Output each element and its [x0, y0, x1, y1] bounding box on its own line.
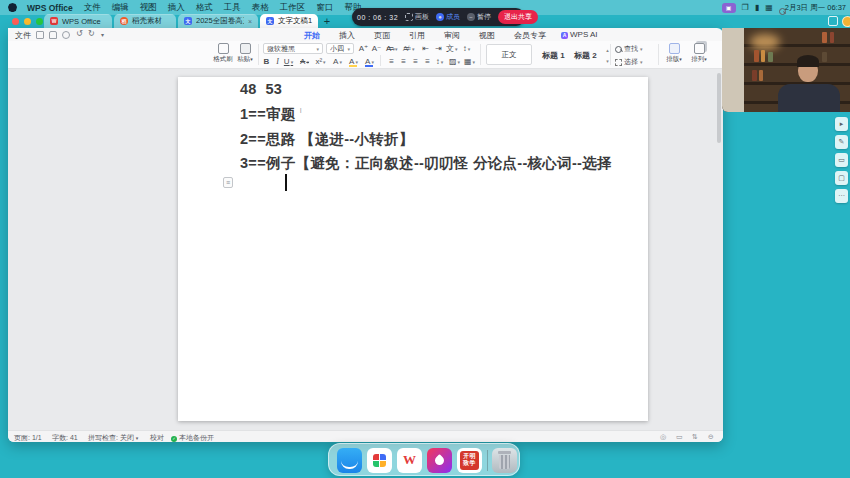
apple-menu-icon[interactable]: [8, 3, 17, 12]
proofread-button[interactable]: 校对: [150, 433, 164, 442]
arrange-button[interactable]: 排列▾: [689, 43, 709, 64]
char-shading-button[interactable]: A▾: [332, 56, 343, 67]
ribbon-tab-review[interactable]: 审阅: [444, 30, 460, 41]
menu-tools[interactable]: 工具: [224, 2, 241, 14]
redo-icon[interactable]: ↻: [88, 29, 95, 38]
account-avatar[interactable]: [842, 16, 850, 27]
spell-check-toggle[interactable]: 拼写检查: 关闭 ▾: [88, 433, 138, 442]
styles-scroll-up-icon[interactable]: ▴: [602, 44, 613, 55]
pause-share-button[interactable]: − 暂停: [467, 12, 491, 22]
menu-edit[interactable]: 编辑: [112, 2, 129, 14]
menu-window[interactable]: 窗口: [316, 2, 333, 14]
format-painter-button[interactable]: 格式刷: [213, 43, 233, 64]
style-normal[interactable]: 正文: [486, 44, 532, 65]
finder-dock-icon[interactable]: [337, 448, 362, 473]
screen-record-indicator-icon[interactable]: ▣: [722, 3, 736, 13]
tab-wps-home[interactable]: W WPS Office: [44, 14, 112, 28]
menu-table[interactable]: 表格: [252, 2, 269, 14]
zoom-control-icon[interactable]: ⊖: [708, 433, 714, 441]
font-family-select[interactable]: 微软雅黑▾: [263, 43, 323, 54]
increase-indent-icon[interactable]: ⇥: [433, 43, 444, 54]
document-page[interactable]: 48 53 1==审题 I 2==思路 【递进--小转折】 3==例子【避免：正…: [178, 77, 648, 421]
text-direction-icon[interactable]: ↕▾: [461, 43, 472, 54]
justify-icon[interactable]: ≡: [422, 56, 433, 67]
shading-icon[interactable]: ▨▾: [449, 56, 460, 67]
menubar-clock[interactable]: 2月3日 周一 06:37: [785, 3, 846, 13]
find-button[interactable]: 查找▾: [615, 44, 643, 54]
local-backup-status[interactable]: ✓本地备份开: [171, 433, 214, 442]
members-button[interactable]: ● 成员: [436, 12, 460, 22]
tab-docer-templates[interactable]: 稻 稻壳素材: [114, 14, 176, 28]
zoom-window-button[interactable]: [36, 18, 43, 25]
ribbon-tab-insert[interactable]: 插入: [339, 30, 355, 41]
vertical-scrollbar[interactable]: [717, 73, 721, 143]
wps-office-dock-icon[interactable]: [367, 448, 392, 473]
kaiming-zhixue-dock-icon[interactable]: 开明致学: [457, 448, 482, 473]
borders-icon[interactable]: ▦▾: [464, 56, 475, 67]
phonetic-guide-icon[interactable]: 文▾: [446, 43, 458, 54]
wifi-status-icon[interactable]: ▦: [765, 4, 773, 12]
font-size-select[interactable]: 小四▾: [326, 43, 354, 54]
paragraph-layout-icon[interactable]: ≡: [223, 177, 233, 188]
ribbon-tab-page[interactable]: 页面: [374, 30, 390, 41]
style-heading1[interactable]: 标题 1: [542, 50, 565, 61]
menu-workspace[interactable]: 工作区: [280, 2, 306, 14]
page-view-icon[interactable]: ▭: [676, 433, 683, 441]
tab-close-icon[interactable]: ×: [248, 18, 252, 25]
typeset-button[interactable]: 排版▾: [664, 43, 684, 64]
menu-format[interactable]: 格式: [196, 2, 213, 14]
increase-font-icon[interactable]: A⁺: [358, 43, 369, 54]
quick-access-more-icon[interactable]: ▾: [101, 31, 104, 38]
style-heading2[interactable]: 标题 2: [574, 50, 597, 61]
align-right-icon[interactable]: ≡: [410, 56, 421, 67]
styles-scroll-down-icon[interactable]: ▾: [602, 55, 613, 66]
strikethrough-button[interactable]: A▾: [299, 56, 310, 67]
file-menu-button[interactable]: 文件: [15, 30, 31, 41]
fit-page-icon[interactable]: ⇅: [692, 433, 698, 441]
tab-document-active[interactable]: 文 文字文稿1: [260, 14, 318, 28]
ribbon-tab-reference[interactable]: 引用: [409, 30, 425, 41]
save-icon[interactable]: [36, 31, 44, 39]
ribbon-tab-member[interactable]: 会员专享: [514, 30, 546, 41]
menu-insert[interactable]: 插入: [168, 2, 185, 14]
tab-document-2025[interactable]: 文 2025全国卷高三 三阶教材… ×: [178, 14, 258, 28]
minimize-window-button[interactable]: [24, 18, 31, 25]
menu-view[interactable]: 视图: [140, 2, 157, 14]
select-button[interactable]: 选择▾: [615, 57, 643, 67]
cursor-tool-icon[interactable]: ▸: [835, 117, 848, 131]
shape-tool-icon[interactable]: ▢: [835, 171, 848, 185]
new-tab-button[interactable]: +: [320, 14, 334, 28]
eraser-tool-icon[interactable]: ▭: [835, 153, 848, 167]
superscript-button[interactable]: x²▾: [315, 56, 326, 67]
close-window-button[interactable]: [12, 18, 19, 25]
paste-button[interactable]: 粘贴▾: [235, 43, 255, 64]
highlight-button[interactable]: A▾: [348, 56, 359, 67]
decrease-font-icon[interactable]: A⁻: [371, 43, 382, 54]
bold-button[interactable]: B: [261, 56, 272, 67]
trash-dock-icon[interactable]: [492, 448, 517, 473]
underline-button[interactable]: U▾: [283, 56, 294, 67]
battery-status-icon[interactable]: ▮: [755, 4, 759, 12]
decrease-indent-icon[interactable]: ⇤: [420, 43, 431, 54]
exit-share-button[interactable]: 退出共享: [498, 10, 538, 24]
pen-app-dock-icon[interactable]: [427, 448, 452, 473]
align-left-icon[interactable]: ≡: [386, 56, 397, 67]
font-color-button[interactable]: A▾: [364, 56, 375, 67]
tab-overview-icon[interactable]: [828, 16, 838, 26]
display-status-icon[interactable]: ❐: [742, 4, 749, 12]
undo-icon[interactable]: ↺: [76, 29, 83, 38]
numbered-list-icon[interactable]: ≕▾: [403, 43, 415, 54]
eye-protect-mode-icon[interactable]: ◎: [660, 433, 666, 441]
ribbon-tab-wps-ai[interactable]: AWPS AI: [561, 30, 598, 39]
line-spacing-icon[interactable]: ↕▾: [434, 56, 445, 67]
menubar-app-name[interactable]: WPS Office: [27, 3, 73, 13]
word-count[interactable]: 字数: 41: [52, 433, 78, 442]
menu-file[interactable]: 文件: [84, 2, 101, 14]
print-preview-icon[interactable]: [62, 31, 70, 39]
print-icon[interactable]: [49, 31, 57, 39]
whiteboard-button[interactable]: 画板: [405, 12, 429, 22]
italic-button[interactable]: I: [272, 56, 283, 67]
wps-writer-dock-icon[interactable]: W: [397, 448, 422, 473]
align-center-icon[interactable]: ≡: [398, 56, 409, 67]
bullet-list-icon[interactable]: ≔▾: [386, 43, 398, 54]
